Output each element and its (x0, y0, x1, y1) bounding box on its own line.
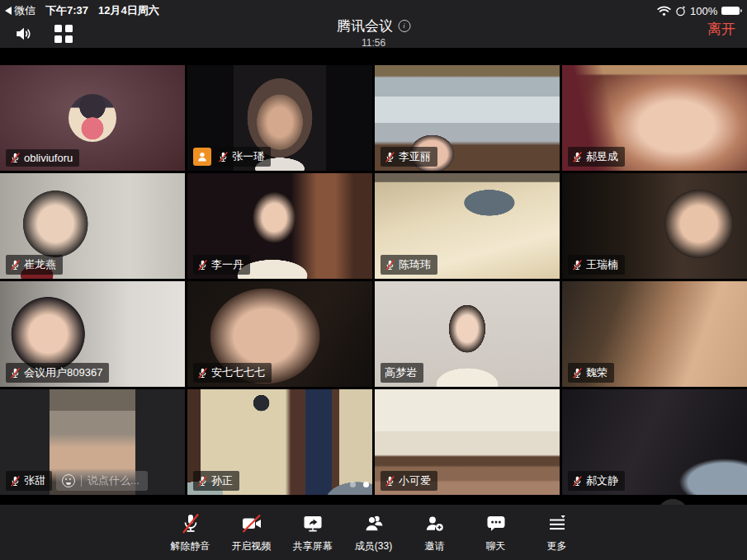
battery-icon (721, 7, 742, 16)
chat-icon (485, 512, 507, 535)
mic-muted-icon (197, 368, 208, 379)
more-button[interactable]: 更多 (527, 512, 588, 553)
mic-muted-icon (218, 152, 229, 162)
status-time: 下午7:37 (45, 3, 88, 18)
video-tile[interactable]: 张一璠 (187, 65, 372, 171)
emoji-icon (62, 474, 75, 487)
back-app-label: 微信 (14, 3, 35, 18)
participant-label: 崔龙燕 (6, 255, 63, 275)
participant-label: 李亚丽 (381, 147, 437, 167)
video-tile[interactable]: 崔龙燕 (0, 173, 185, 279)
participant-name: 安七七七七 (211, 365, 265, 380)
participant-label: 安七七七七 (193, 363, 272, 383)
rotation-lock-icon (675, 6, 686, 16)
participant-name: 小可爱 (399, 473, 431, 488)
participant-name: 李亚丽 (399, 149, 431, 164)
participant-name: 高梦岩 (385, 365, 417, 380)
mic-muted-icon (572, 476, 583, 487)
participant-name: 王瑞楠 (586, 257, 618, 272)
participant-label: 张一璠 (214, 147, 271, 167)
video-tile[interactable]: 郝文静 (562, 389, 747, 495)
participant-label: 郝文静 (568, 471, 625, 491)
mic-muted-icon (385, 260, 395, 271)
participant-label: 陈琦玮 (381, 255, 437, 275)
participant-name: 张甜 (24, 473, 45, 488)
video-tile[interactable]: 孙正 (187, 389, 372, 495)
participant-label: 高梦岩 (381, 363, 423, 383)
info-icon[interactable]: i (398, 20, 410, 32)
chat-button[interactable]: 聊天 (466, 512, 527, 553)
battery-percent: 100% (690, 5, 717, 17)
camera-off-icon (240, 512, 263, 535)
toolbar-label: 解除静音 (171, 539, 210, 553)
avatar (69, 94, 116, 142)
participant-name: 李一丹 (211, 257, 243, 272)
video-tile[interactable]: 安七七七七 (187, 281, 372, 387)
participant-label: 李一丹 (193, 255, 250, 275)
members-icon (363, 512, 385, 535)
wifi-icon (657, 6, 671, 16)
share-screen-button[interactable]: 共享屏幕 (282, 512, 343, 553)
participant-name: 魏荣 (586, 365, 608, 380)
more-icon (546, 512, 568, 535)
chat-input-bar[interactable]: 说点什么... (56, 471, 148, 491)
members-button[interactable]: 成员(33) (343, 512, 404, 553)
mic-muted-icon (197, 476, 208, 487)
video-tile[interactable]: 会议用户809367 (0, 281, 185, 387)
mic-muted-icon (572, 152, 583, 162)
participant-label: 会议用户809367 (6, 363, 109, 383)
mic-muted-icon (572, 260, 583, 271)
meeting-app: 微信 下午7:37 12月4日周六 100% (0, 0, 747, 560)
participant-label: 王瑞楠 (568, 255, 625, 275)
participant-label: 郝昱成 (568, 147, 625, 167)
meeting-duration: 11:56 (337, 37, 410, 49)
toolbar-label: 开启视频 (232, 539, 272, 553)
mic-muted-icon (10, 368, 21, 379)
participant-label: 张甜 (6, 471, 52, 491)
participant-name: 会议用户809367 (24, 365, 102, 380)
speaker-button[interactable] (12, 21, 36, 46)
back-to-app-button[interactable]: 微信 (5, 3, 35, 18)
participant-label: 小可爱 (381, 471, 437, 491)
video-tile[interactable]: 陈琦玮 (375, 173, 560, 279)
participant-name: 郝文静 (586, 473, 618, 488)
host-badge-icon (193, 148, 211, 166)
bottom-toolbar: 解除静音 开启视频 共享屏幕 (0, 505, 747, 560)
participant-label: obliviuforu (6, 149, 79, 167)
participant-label: 孙正 (193, 471, 239, 491)
nav-bar: 腾讯会议 i 11:56 离开 (0, 20, 747, 49)
page-indicator (350, 482, 369, 487)
unmute-button[interactable]: 解除静音 (160, 512, 221, 553)
toolbar-label: 共享屏幕 (293, 539, 333, 553)
video-tile[interactable]: 魏荣 (562, 281, 747, 387)
mic-muted-icon (197, 260, 208, 271)
toolbar-label: 邀请 (425, 539, 445, 553)
page-dot (350, 482, 356, 487)
video-tile[interactable]: 张甜 说点什么... (0, 389, 185, 495)
layout-button[interactable] (51, 21, 76, 46)
toolbar-label: 更多 (547, 539, 567, 553)
mic-muted-icon (572, 368, 583, 379)
video-tile[interactable]: 李亚丽 (375, 65, 560, 171)
start-video-button[interactable]: 开启视频 (221, 512, 282, 553)
participant-name: 陈琦玮 (399, 257, 431, 272)
chat-placeholder: 说点什么... (87, 473, 139, 488)
back-arrow-icon (5, 7, 12, 15)
video-tile[interactable]: obliviuforu (0, 65, 185, 171)
video-tile[interactable]: 小可爱 (375, 389, 560, 495)
participant-name: 孙正 (211, 473, 233, 488)
leave-button[interactable]: 离开 (707, 21, 735, 37)
participant-name: obliviuforu (24, 152, 73, 164)
status-date: 12月4日周六 (98, 3, 159, 18)
mic-muted-icon (180, 512, 201, 535)
invite-button[interactable]: 邀请 (404, 512, 466, 553)
toolbar-label: 聊天 (486, 539, 506, 553)
video-tile[interactable]: 郝昱成 (562, 65, 747, 171)
video-tile[interactable]: 王瑞楠 (562, 173, 747, 279)
top-bar: 微信 下午7:37 12月4日周六 100% (0, 0, 747, 48)
video-tile[interactable]: 李一丹 (187, 173, 372, 279)
participant-name: 郝昱成 (586, 149, 618, 164)
video-grid: obliviuforu 张一璠 (0, 65, 747, 495)
participant-label: 魏荣 (568, 363, 614, 383)
video-tile[interactable]: 高梦岩 (375, 281, 560, 387)
